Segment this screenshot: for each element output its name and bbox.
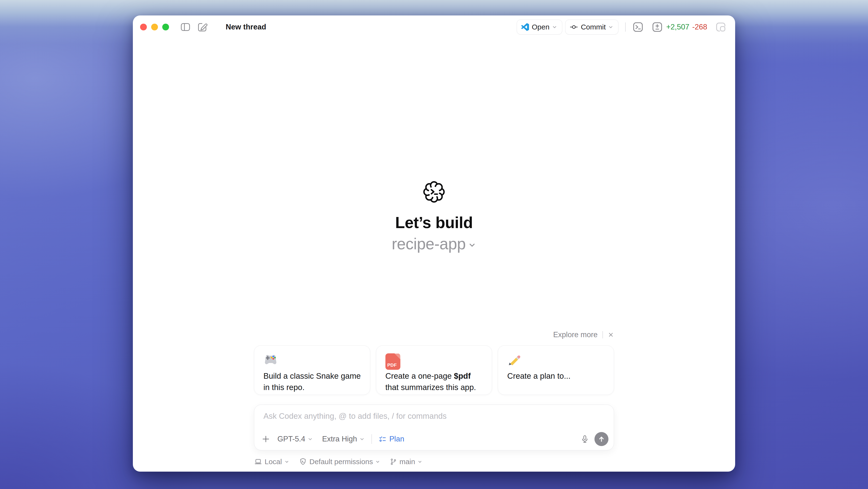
pop-out-window-icon[interactable] bbox=[715, 22, 726, 33]
composer-controls: GPT-5.4 Extra High bbox=[261, 432, 609, 446]
microphone-icon[interactable] bbox=[581, 435, 589, 443]
chevron-down-icon bbox=[375, 459, 380, 464]
pdf-icon-label: PDF bbox=[387, 363, 397, 368]
reasoning-effort: Extra High bbox=[322, 435, 357, 443]
pencil-icon bbox=[507, 353, 605, 366]
zoom-window-button[interactable] bbox=[162, 24, 169, 30]
arrow-up-icon bbox=[597, 435, 606, 443]
environment-selector[interactable]: Local bbox=[254, 458, 289, 466]
pdf-file-icon: PDF bbox=[385, 353, 400, 370]
codex-window: New thread Open bbox=[133, 16, 735, 471]
branch-selector[interactable]: main bbox=[390, 458, 423, 466]
send-button[interactable] bbox=[595, 432, 609, 446]
card-text: Create a plan to... bbox=[507, 370, 605, 382]
card-text: Build a classic Snake game in this repo. bbox=[264, 370, 361, 393]
chevron-down-icon bbox=[468, 241, 476, 249]
environment-label: Local bbox=[265, 458, 282, 466]
minimize-window-button[interactable] bbox=[151, 24, 158, 30]
suggestion-cards: Build a classic Snake game in this repo.… bbox=[254, 345, 614, 395]
close-icon[interactable] bbox=[608, 332, 614, 338]
titlebar-divider bbox=[625, 23, 626, 32]
explore-row: Explore more bbox=[254, 330, 614, 339]
branch-label: main bbox=[400, 458, 415, 466]
window-title: New thread bbox=[226, 23, 266, 31]
commit-button[interactable]: Commit bbox=[565, 20, 618, 34]
suggestion-card-create-plan[interactable]: Create a plan to... bbox=[498, 345, 614, 395]
chevron-down-icon bbox=[284, 459, 289, 464]
diff-panel-icon[interactable] bbox=[652, 22, 663, 33]
shield-permissions-icon bbox=[299, 458, 307, 466]
explore-more-link[interactable]: Explore more bbox=[553, 330, 597, 339]
model-name: GPT-5.4 bbox=[278, 435, 305, 443]
reasoning-effort-selector[interactable]: Extra High bbox=[322, 435, 365, 443]
plan-label: Plan bbox=[390, 435, 404, 443]
close-window-button[interactable] bbox=[140, 24, 147, 30]
diff-added: +2,507 bbox=[666, 23, 689, 31]
diff-removed: -268 bbox=[692, 23, 707, 31]
suggestion-card-snake-game[interactable]: Build a classic Snake game in this repo. bbox=[254, 345, 370, 395]
controls-divider bbox=[372, 434, 372, 444]
chevron-down-icon bbox=[308, 436, 313, 442]
chevron-down-icon bbox=[417, 459, 423, 464]
terminal-panel-icon[interactable] bbox=[632, 22, 644, 33]
vscode-icon bbox=[521, 23, 529, 31]
new-thread-icon[interactable] bbox=[197, 22, 208, 33]
diff-stats: +2,507 -268 bbox=[666, 23, 707, 31]
toggle-sidebar-icon[interactable] bbox=[180, 22, 191, 33]
chevron-down-icon bbox=[360, 436, 365, 442]
git-commit-icon bbox=[570, 23, 578, 31]
card-text: Create a one-page $pdf that summarizes t… bbox=[385, 370, 483, 393]
model-selector[interactable]: GPT-5.4 bbox=[278, 435, 313, 443]
statusbar: Local Default permissions bbox=[254, 458, 614, 466]
git-branch-icon bbox=[390, 458, 397, 465]
open-button-label: Open bbox=[532, 23, 550, 31]
codex-logo-icon bbox=[423, 180, 445, 203]
desktop-wallpaper: New thread Open bbox=[0, 0, 868, 489]
repo-name: recipe-app bbox=[392, 235, 466, 253]
permissions-label: Default permissions bbox=[309, 458, 373, 466]
explore-divider bbox=[602, 331, 603, 338]
open-in-editor-button[interactable]: Open bbox=[517, 20, 562, 34]
chevron-down-icon bbox=[608, 24, 613, 30]
plan-mode-button[interactable]: Plan bbox=[379, 435, 404, 443]
hero: Let’s build recipe-app bbox=[133, 180, 735, 253]
titlebar: New thread Open bbox=[133, 16, 735, 39]
attach-plus-icon[interactable] bbox=[261, 435, 270, 443]
permissions-selector[interactable]: Default permissions bbox=[299, 458, 380, 466]
game-controller-icon bbox=[264, 353, 361, 366]
hero-heading: Let’s build bbox=[133, 213, 735, 232]
suggestion-card-pdf-summary[interactable]: PDF Create a one-page $pdf that summariz… bbox=[376, 345, 492, 395]
laptop-icon bbox=[254, 458, 262, 466]
traffic-lights bbox=[140, 24, 169, 30]
plan-checklist-icon bbox=[379, 435, 386, 443]
chevron-down-icon bbox=[552, 24, 557, 30]
composer: GPT-5.4 Extra High bbox=[254, 405, 614, 450]
repo-selector[interactable]: recipe-app bbox=[392, 235, 476, 253]
prompt-input[interactable] bbox=[264, 411, 605, 427]
commit-button-label: Commit bbox=[581, 23, 606, 31]
